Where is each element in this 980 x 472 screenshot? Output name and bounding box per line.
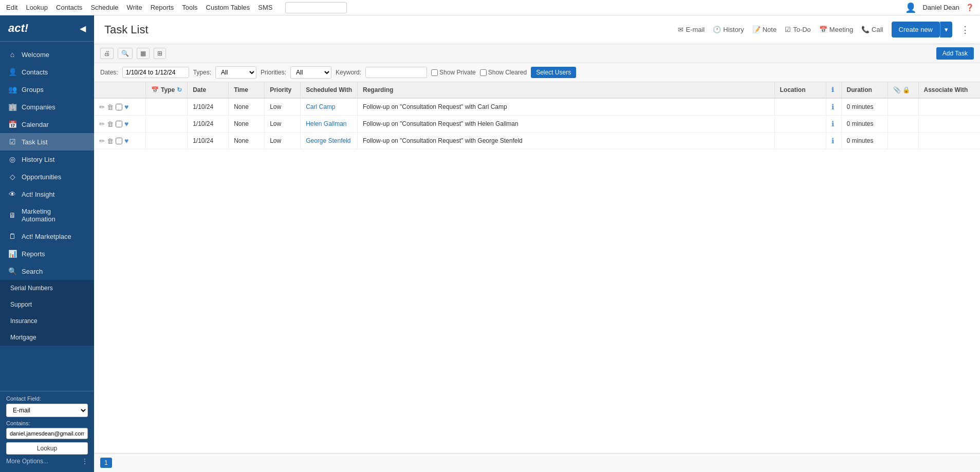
meeting-action-button[interactable]: 📅 Meeting [819, 26, 853, 33]
sidebar-item-reports[interactable]: 📊 Reports [0, 245, 94, 262]
sidebar-item-act-marketplace[interactable]: 🗒 Act! Marketplace [0, 228, 94, 245]
type-refresh-icon[interactable]: ↻ [177, 86, 182, 93]
call-action-icon: 📞 [861, 26, 870, 33]
th-priority[interactable]: Priority [265, 82, 301, 98]
row2-delete-icon[interactable]: 🗑 [107, 120, 114, 128]
keyword-input[interactable] [365, 67, 427, 78]
th-type[interactable]: 📅 Type ↻ [146, 82, 188, 98]
th-location[interactable]: Location [774, 82, 826, 98]
row1-scheduled-with[interactable]: Carl Camp [301, 98, 358, 116]
nav-contacts[interactable]: Contacts [56, 4, 82, 11]
sidebar-item-marketing-automation[interactable]: 🖥 Marketing Automation [0, 203, 94, 228]
sidebar-item-support[interactable]: Support [0, 296, 94, 313]
sidebar-item-search[interactable]: 🔍 Search [0, 262, 94, 280]
th-time[interactable]: Time [229, 82, 265, 98]
th-date[interactable]: Date [188, 82, 229, 98]
nav-edit[interactable]: Edit [6, 4, 17, 11]
more-header-button[interactable]: ⋮ [960, 24, 970, 35]
row2-edit-icon[interactable]: ✏ [99, 120, 105, 128]
th-duration[interactable]: Duration [841, 82, 887, 98]
row3-info-icon[interactable]: ℹ [831, 137, 834, 145]
show-cleared-checkbox[interactable] [480, 69, 487, 76]
contains-input[interactable] [6, 428, 88, 439]
row1-info[interactable]: ℹ [826, 98, 841, 116]
row1-delete-icon[interactable]: 🗑 [107, 103, 114, 111]
sidebar-item-history-list[interactable]: ◎ History List [0, 150, 94, 168]
row3-scheduled-with[interactable]: George Stenfeld [301, 133, 358, 149]
row3-delete-icon[interactable]: 🗑 [107, 137, 114, 145]
th-regarding[interactable]: Regarding [358, 82, 774, 98]
nav-sms[interactable]: SMS [258, 4, 272, 11]
sidebar-label-groups: Groups [22, 86, 44, 93]
show-cleared-label[interactable]: Show Cleared [480, 69, 527, 76]
row2-info[interactable]: ℹ [826, 116, 841, 133]
row3-heart-icon[interactable]: ♥ [124, 137, 128, 145]
export-button[interactable]: ⊞ [154, 48, 166, 59]
row2-info-icon[interactable]: ℹ [831, 120, 834, 128]
todo-action-button[interactable]: ☑ To-Do [785, 26, 811, 33]
more-options[interactable]: More Options... ⋮ [6, 455, 88, 468]
history-action-button[interactable]: 🕐 History [713, 26, 744, 33]
sidebar-item-calendar[interactable]: 📅 Calendar [0, 116, 94, 133]
show-private-label[interactable]: Show Private [431, 69, 476, 76]
calendar-nav-icon: 📅 [8, 120, 16, 128]
create-new-dropdown-button[interactable]: ▾ [940, 22, 952, 37]
row1-edit-icon[interactable]: ✏ [99, 103, 105, 111]
row2-checkbox[interactable] [116, 121, 122, 127]
sidebar-nav: ⌂ Welcome 👤 Contacts 👥 Groups 🏢 Companie… [0, 42, 94, 391]
row2-scheduled-with[interactable]: Helen Gallman [301, 116, 358, 133]
create-new-button[interactable]: Create new [892, 22, 940, 37]
show-private-checkbox[interactable] [431, 69, 438, 76]
sidebar-item-mortgage[interactable]: Mortgage [0, 329, 94, 346]
select-users-button[interactable]: Select Users [531, 67, 576, 78]
nav-reports[interactable]: Reports [151, 4, 174, 11]
help-icon[interactable]: ❓ [966, 4, 974, 11]
print-button[interactable]: 🖨 [100, 48, 114, 59]
lookup-button[interactable]: Lookup [6, 442, 88, 455]
row3-edit-icon[interactable]: ✏ [99, 137, 105, 145]
reports-icon: 📊 [8, 250, 16, 258]
sidebar-item-opportunities[interactable]: ◇ Opportunities [0, 168, 94, 185]
table-header-row: 📅 Type ↻ Date Time Priority Scheduled Wi… [94, 82, 980, 98]
nav-tools[interactable]: Tools [182, 4, 197, 11]
sidebar-item-contacts[interactable]: 👤 Contacts [0, 63, 94, 81]
dates-input[interactable] [122, 67, 189, 78]
top-search-input[interactable] [285, 2, 347, 13]
search-toolbar-button[interactable]: 🔍 [118, 48, 133, 59]
page-1-button[interactable]: 1 [100, 458, 112, 468]
row3-checkbox[interactable] [116, 138, 122, 144]
priorities-select[interactable]: All [290, 66, 331, 79]
email-action-button[interactable]: ✉ E-mail [678, 26, 705, 33]
sidebar-item-welcome[interactable]: ⌂ Welcome [0, 46, 94, 63]
nav-custom-tables[interactable]: Custom Tables [206, 4, 250, 11]
call-action-button[interactable]: 📞 Call [861, 26, 883, 33]
sidebar-item-groups[interactable]: 👥 Groups [0, 81, 94, 98]
row1-heart-icon[interactable]: ♥ [124, 103, 128, 111]
sidebar-item-insurance[interactable]: Insurance [0, 313, 94, 329]
row3-info[interactable]: ℹ [826, 133, 841, 149]
types-select[interactable]: All [215, 66, 256, 79]
task-list-icon: ☑ [8, 138, 16, 146]
nav-write[interactable]: Write [127, 4, 142, 11]
row1-info-icon[interactable]: ℹ [831, 103, 834, 111]
task-table-body: ✏ 🗑 ♥ 1/10/24 None Low Carl Camp Follow-… [94, 98, 980, 149]
sidebar-item-task-list[interactable]: ☑ Task List [0, 133, 94, 150]
th-associate-with[interactable]: Associate With [918, 82, 980, 98]
add-task-button[interactable]: Add Task [936, 47, 974, 60]
sidebar-label-marketing: Marketing Automation [22, 207, 86, 223]
sidebar-item-serial-numbers[interactable]: Serial Numbers [0, 280, 94, 296]
sidebar-collapse-button[interactable]: ◀ [80, 24, 86, 33]
nav-lookup[interactable]: Lookup [26, 4, 48, 11]
sidebar: act! ◀ ⌂ Welcome 👤 Contacts 👥 Groups 🏢 C… [0, 15, 94, 472]
columns-button[interactable]: ▦ [137, 48, 150, 59]
meeting-action-icon: 📅 [819, 26, 827, 33]
sidebar-item-companies[interactable]: 🏢 Companies [0, 98, 94, 116]
row2-heart-icon[interactable]: ♥ [124, 120, 128, 128]
th-scheduled-with[interactable]: Scheduled With [301, 82, 358, 98]
note-action-button[interactable]: 📝 Note [752, 26, 776, 33]
sidebar-item-act-insight[interactable]: 👁 Act! Insight [0, 185, 94, 203]
nav-schedule[interactable]: Schedule [90, 4, 118, 11]
contact-field-select[interactable]: E-mail Name Phone [6, 404, 88, 417]
row1-checkbox[interactable] [116, 104, 122, 110]
sidebar-label-support: Support [10, 301, 32, 308]
